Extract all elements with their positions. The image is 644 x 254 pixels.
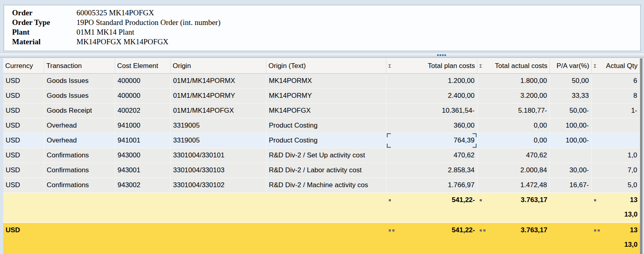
cell-currency[interactable]: USD <box>3 74 44 88</box>
cell-qty[interactable]: 6 <box>592 74 640 88</box>
cell-actual[interactable]: 1.800,00 <box>477 74 550 88</box>
cell-cost_element[interactable]: 943002 <box>115 178 171 192</box>
column-header-transaction[interactable]: Transaction <box>44 59 115 73</box>
column-header-pa_var[interactable]: P/A var(%) <box>550 59 592 73</box>
cell-transaction[interactable]: Overhead <box>44 118 115 133</box>
cell-origin_text[interactable]: MK14POFGX <box>266 103 386 118</box>
cell-text: 941000 <box>118 122 140 130</box>
sum-icon[interactable]: Σ <box>388 64 391 68</box>
cell-plan[interactable]: 360,00 <box>386 118 477 133</box>
cell-actual[interactable]: 2.000,84 <box>477 163 550 178</box>
cell-origin[interactable]: 3319005 <box>171 118 266 133</box>
cell-actual[interactable]: 470,62 <box>477 148 550 163</box>
column-header-currency[interactable]: Currency <box>3 59 44 73</box>
cell-cost_element[interactable]: 941001 <box>115 133 171 148</box>
cell-origin[interactable]: 3301004/330101 <box>171 148 266 163</box>
cell-actual[interactable]: 3.200,00 <box>477 89 550 103</box>
column-header-plan[interactable]: ΣTotal plan costs <box>386 59 477 73</box>
cell-transaction[interactable]: Confirmations <box>44 178 115 192</box>
cell-actual[interactable]: 0,00 <box>477 118 550 133</box>
column-header-qty[interactable]: ΣActual Qty <box>592 59 640 73</box>
cell-plan[interactable]: 10.361,54- <box>386 103 477 118</box>
cell-origin_text[interactable]: Product Costing <box>266 133 386 148</box>
grand-total-row[interactable]: USD 541,22- 3.763,17 <box>3 222 640 254</box>
cell-currency[interactable]: USD <box>3 118 44 133</box>
column-header-cost_element[interactable]: Cost Element <box>115 59 171 73</box>
column-header-origin_text[interactable]: Origin (Text) <box>266 59 386 73</box>
cell-pa_var[interactable]: 100,00- <box>550 133 592 148</box>
cell-plan[interactable]: 1.200,00 <box>386 74 477 88</box>
cell-origin_text[interactable]: R&D Div-2 / Machine activity cos <box>266 178 386 192</box>
table-row[interactable]: USDOverhead9410003319005Product Costing3… <box>3 118 640 133</box>
cell-plan[interactable]: 2.400,00 <box>386 89 477 103</box>
cell-origin[interactable]: 3301004/330102 <box>171 178 266 192</box>
cell-plan[interactable]: 1.766,97 <box>386 178 477 192</box>
column-header-actual[interactable]: ΣTotal actual costs <box>477 59 550 73</box>
cell-pa_var[interactable]: 50,00- <box>550 103 592 118</box>
cell-qty[interactable]: 1- <box>592 103 640 118</box>
cell-cost_element[interactable]: 941000 <box>115 118 171 133</box>
cell-actual[interactable]: 5.180,77- <box>477 103 550 118</box>
cell-plan[interactable]: 2.858,34 <box>386 163 477 178</box>
cell-origin[interactable]: 01M1/MK14POFGX <box>171 103 266 118</box>
cell-text: MK14PORMX <box>269 77 312 85</box>
cell-pa_var[interactable]: 50,00 <box>550 74 592 88</box>
cell-cost_element[interactable]: 943001 <box>115 163 171 178</box>
table-row[interactable]: USDConfirmations9430023301004/330102R&D … <box>3 178 640 193</box>
cell-qty[interactable]: 5,0 <box>592 178 640 192</box>
table-row[interactable]: USDGoods Receipt40020201M1/MK14POFGXMK14… <box>3 103 640 118</box>
subtotal-row[interactable]: 541,22- 3.763,17 13 13,0 <box>3 193 640 222</box>
cell-transaction[interactable]: Confirmations <box>44 163 115 178</box>
cell-plan[interactable]: 470,62 <box>386 148 477 163</box>
cell-transaction[interactable]: Confirmations <box>44 148 115 163</box>
cell-transaction[interactable]: Goods Issues <box>44 74 115 88</box>
cell-cost_element[interactable]: 400202 <box>115 103 171 118</box>
cell-currency[interactable]: USD <box>3 89 44 103</box>
cell-origin_text[interactable]: R&D Div-2 / Labor activity cost <box>266 163 386 178</box>
column-header-origin[interactable]: Origin <box>171 59 266 73</box>
cell-origin_text[interactable]: R&D Div-2 / Set Up activity cost <box>266 148 386 163</box>
cell-qty[interactable]: 1,0 <box>592 148 640 163</box>
cell-pa_var[interactable] <box>550 148 592 163</box>
cell-transaction[interactable]: Goods Receipt <box>44 103 115 118</box>
cell-qty[interactable]: 8 <box>592 89 640 103</box>
total-cell-pa-var <box>550 223 592 254</box>
cell-origin_text[interactable]: Product Costing <box>266 118 386 133</box>
cell-currency[interactable]: USD <box>3 103 44 118</box>
sum-icon[interactable]: Σ <box>594 64 597 68</box>
cell-qty[interactable]: 7,0 <box>592 163 640 178</box>
cell-cost_element[interactable]: 400000 <box>115 89 171 103</box>
cell-origin_text[interactable]: MK14PORMY <box>266 89 386 103</box>
cell-currency[interactable]: USD <box>3 148 44 163</box>
active-cell-plan[interactable]: 764,39 <box>386 133 477 148</box>
cell-pa_var[interactable]: 30,00- <box>550 163 592 178</box>
cell-cost_element[interactable]: 943000 <box>115 148 171 163</box>
cell-pa_var[interactable]: 33,33 <box>550 89 592 103</box>
level-square-icon <box>598 229 600 231</box>
cell-pa_var[interactable]: 16,67- <box>550 178 592 192</box>
cell-origin[interactable]: 3319005 <box>171 133 266 148</box>
splitter-bar[interactable] <box>0 53 644 58</box>
cell-qty[interactable] <box>592 118 640 133</box>
cell-currency[interactable]: USD <box>3 133 44 148</box>
cell-cost_element[interactable]: 400000 <box>115 74 171 88</box>
cell-actual[interactable]: 0,00 <box>477 133 550 148</box>
table-row[interactable]: USDGoods Issues40000001M1/MK14PORMYMK14P… <box>3 89 640 103</box>
cell-origin[interactable]: 01M1/MK14PORMY <box>171 89 266 103</box>
cell-actual[interactable]: 1.472,48 <box>477 178 550 192</box>
cell-transaction[interactable]: Overhead <box>44 133 115 148</box>
cell-pa_var[interactable]: 100,00- <box>550 118 592 133</box>
table-row[interactable]: USDConfirmations9430003301004/330101R&D … <box>3 148 640 163</box>
table-row[interactable]: USDConfirmations9430013301004/330103R&D … <box>3 163 640 178</box>
cell-text: 400202 <box>118 107 140 115</box>
cell-origin_text[interactable]: MK14PORMX <box>266 74 386 88</box>
cell-currency[interactable]: USD <box>3 178 44 192</box>
table-row[interactable]: USDGoods Issues40000001M1/MK14PORMXMK14P… <box>3 74 640 89</box>
sum-icon[interactable]: Σ <box>479 64 482 68</box>
table-row[interactable]: USDOverhead9410013319005Product Costing7… <box>3 133 640 148</box>
cell-qty[interactable] <box>592 133 640 148</box>
cell-transaction[interactable]: Goods Issues <box>44 89 115 103</box>
cell-origin[interactable]: 01M1/MK14PORMX <box>171 74 266 88</box>
cell-currency[interactable]: USD <box>3 163 44 178</box>
cell-origin[interactable]: 3301004/330103 <box>171 163 266 178</box>
